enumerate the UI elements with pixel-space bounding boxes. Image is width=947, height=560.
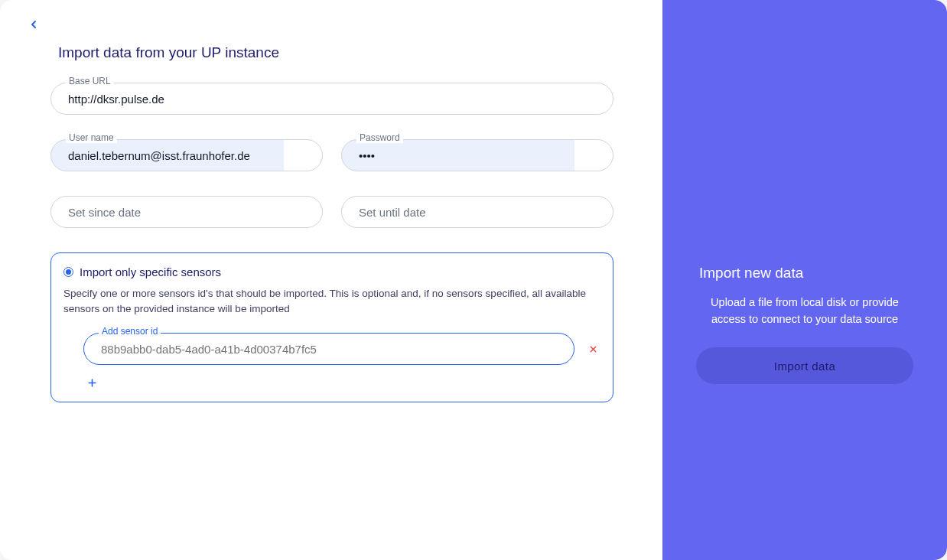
sensor-filter-radio[interactable] xyxy=(63,267,73,277)
sensor-filter-title: Import only specific sensors xyxy=(80,265,221,278)
radio-dot-icon xyxy=(66,269,71,275)
sensor-id-field: Add sensor id xyxy=(83,333,574,365)
sensor-filter-header: Import only specific sensors xyxy=(63,265,600,278)
add-sensor-button[interactable] xyxy=(83,374,100,391)
app-container: Import data from your UP instance Base U… xyxy=(0,0,947,560)
page-title: Import data from your UP instance xyxy=(58,44,636,61)
form-panel: Import data from your UP instance Base U… xyxy=(0,0,662,560)
remove-sensor-button[interactable] xyxy=(585,341,600,357)
sensor-filter-description: Specify one or more sensors id's that sh… xyxy=(63,286,600,316)
since-date-input[interactable]: Set since date xyxy=(50,196,323,228)
sidebar-description: Upload a file from local disk or provide… xyxy=(699,294,910,328)
sensor-filter-box: Import only specific sensors Specify one… xyxy=(50,252,613,402)
password-input[interactable] xyxy=(341,139,613,171)
sensor-id-input[interactable] xyxy=(83,333,574,365)
sensor-id-label: Add sensor id xyxy=(99,326,161,337)
until-date-field[interactable]: Set until date xyxy=(341,196,613,228)
since-date-field[interactable]: Set since date xyxy=(50,196,323,228)
base-url-field: Base URL xyxy=(50,83,613,115)
password-label: Password xyxy=(356,132,403,143)
sidebar-title: Import new data xyxy=(699,265,803,282)
username-field: User name xyxy=(50,139,323,171)
import-form: Base URL User name Password Set since da… xyxy=(50,83,636,402)
sidebar-panel: Import new data Upload a file from local… xyxy=(662,0,947,560)
username-label: User name xyxy=(66,132,117,143)
username-input[interactable] xyxy=(50,139,323,171)
close-icon xyxy=(588,344,598,354)
plus-icon xyxy=(86,377,98,389)
import-data-button[interactable]: Import data xyxy=(696,347,913,384)
until-date-input[interactable]: Set until date xyxy=(341,196,613,228)
password-field: Password xyxy=(341,139,613,171)
base-url-label: Base URL xyxy=(66,76,114,86)
sensor-id-row: Add sensor id xyxy=(83,333,600,365)
back-button[interactable] xyxy=(23,14,44,35)
chevron-left-icon xyxy=(28,18,40,31)
base-url-input[interactable] xyxy=(50,83,613,115)
